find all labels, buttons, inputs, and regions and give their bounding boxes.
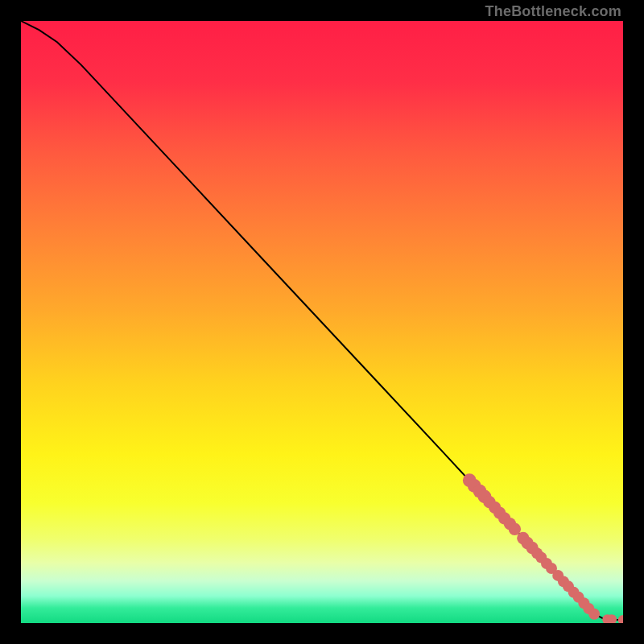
- chart-frame: [21, 21, 623, 623]
- bottleneck-chart: [21, 21, 623, 623]
- watermark-text: TheBottleneck.com: [485, 3, 621, 20]
- chart-marker: [588, 609, 600, 620]
- chart-marker: [509, 523, 521, 535]
